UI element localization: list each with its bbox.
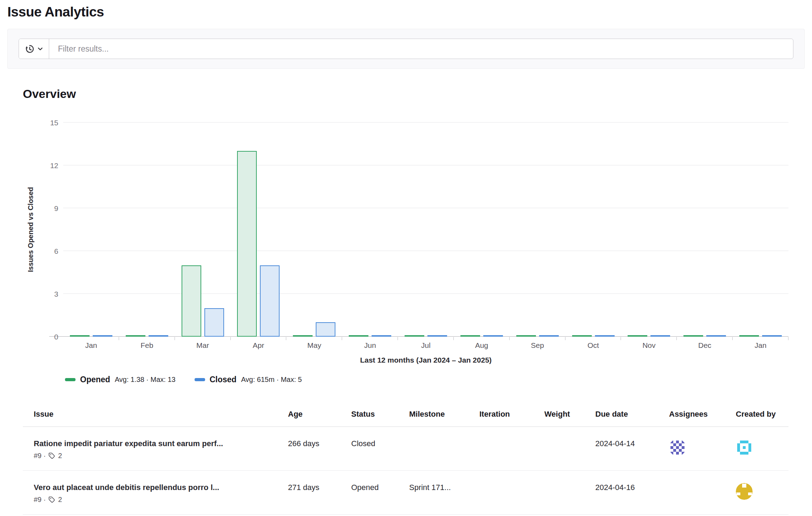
bar-opened (460, 335, 480, 337)
label-count: 2 (58, 496, 62, 504)
chart-slot-may (286, 123, 342, 337)
y-tick-label: 15 (50, 119, 58, 126)
weight-cell (544, 471, 595, 515)
legend-item-opened[interactable]: OpenedAvg: 1.38 · Max: 13 (65, 375, 176, 384)
col-header-due-date: Due date (595, 405, 669, 427)
filtered-search-box (19, 39, 793, 59)
chart-slot-sep (510, 123, 565, 337)
chart-slot-aug (454, 123, 510, 337)
chart-slot-feb (119, 123, 175, 337)
bar-closed (539, 335, 559, 337)
assignee-avatar[interactable] (669, 439, 686, 456)
bar-closed (483, 335, 503, 337)
x-tick-label: Apr (231, 341, 287, 350)
filter-input[interactable] (49, 39, 793, 59)
legend-swatch (195, 378, 205, 381)
issues-table: Issue Age Status Milestone Iteration Wei… (23, 405, 788, 515)
x-tick-label: Feb (119, 341, 175, 350)
legend-series-stats: Avg: 1.38 · Max: 13 (115, 376, 176, 384)
recent-searches-button[interactable] (19, 39, 49, 59)
chart-xlabels: JanFebMarAprMayJunJulAugSepOctNovDecJan (63, 341, 788, 350)
x-tick-label: Dec (677, 341, 733, 350)
status-cell: Closed (351, 427, 409, 471)
chart-y-axis-title: Issues Opened vs Closed (27, 123, 35, 337)
chart-plot-area: Issues Opened vs Closed 03691215 (63, 123, 788, 337)
creator-avatar[interactable] (736, 483, 753, 500)
legend-item-closed[interactable]: ClosedAvg: 615m · Max: 5 (195, 375, 302, 384)
iteration-cell (479, 427, 544, 471)
bar-opened (70, 335, 90, 337)
col-header-status: Status (351, 405, 409, 427)
created-by-cell (736, 427, 788, 471)
col-header-created-by: Created by (736, 405, 788, 427)
bar-opened (572, 335, 592, 337)
bar-opened (293, 335, 313, 337)
issues-chart: Issues Opened vs Closed 03691215 JanFebM… (23, 123, 788, 384)
col-header-age: Age (288, 405, 351, 427)
assignees-cell (669, 471, 736, 515)
issue-meta: #9 · 2 (34, 452, 285, 460)
chart-slot-jan (733, 123, 788, 337)
legend-series-stats: Avg: 615m · Max: 5 (241, 376, 302, 384)
age-cell: 266 days (288, 427, 351, 471)
issue-ref: #9 · (34, 496, 46, 504)
status-cell: Opened (351, 471, 409, 515)
due-date-cell: 2024-04-16 (595, 471, 669, 515)
issue-meta: #9 · 2 (34, 496, 285, 504)
label-tag-icon (48, 452, 55, 459)
legend-series-name: Closed (210, 375, 237, 384)
issue-ref: #9 · (34, 452, 46, 460)
chart-slot-oct (565, 123, 621, 337)
bar-opened (683, 335, 703, 337)
bar-opened (237, 151, 257, 337)
chevron-down-icon (38, 46, 43, 52)
x-tick-label: Oct (565, 341, 621, 350)
assignees-cell (669, 427, 736, 471)
col-header-assignees: Assignees (669, 405, 736, 427)
x-tick-label: Jan (63, 341, 119, 350)
creator-avatar[interactable] (736, 439, 753, 456)
chart-slot-apr (231, 123, 287, 337)
bar-closed (595, 335, 615, 337)
chart-slot-jul (398, 123, 454, 337)
table-row: Ratione impedit pariatur expedita sunt e… (23, 427, 788, 471)
col-header-issue: Issue (23, 405, 288, 427)
chart-bars (63, 123, 788, 337)
issue-title-link[interactable]: Ratione impedit pariatur expedita sunt e… (34, 439, 285, 448)
bar-closed (650, 335, 670, 337)
milestone-cell: Sprint 171... (409, 471, 479, 515)
chart-slot-dec (677, 123, 733, 337)
issue-cell: Vero aut placeat unde debitis repellendu… (23, 471, 288, 515)
chart-slot-jan (63, 123, 119, 337)
x-tick-label: Mar (175, 341, 231, 350)
table-header-row: Issue Age Status Milestone Iteration Wei… (23, 405, 788, 427)
age-cell: 271 days (288, 471, 351, 515)
col-header-iteration: Iteration (479, 405, 544, 427)
y-tick-label: 12 (50, 162, 58, 169)
x-tick-label: Aug (454, 341, 510, 350)
bar-closed (260, 265, 280, 337)
bar-opened (349, 335, 368, 337)
issue-title-link[interactable]: Vero aut placeat unde debitis repellendu… (34, 483, 285, 492)
bar-opened (405, 335, 424, 337)
table-row: Vero aut placeat unde debitis repellendu… (23, 471, 788, 515)
chart-x-axis-title: Last 12 months (Jan 2024 – Jan 2025) (63, 356, 788, 364)
iteration-cell (479, 471, 544, 515)
bar-closed (762, 335, 782, 337)
issue-cell: Ratione impedit pariatur expedita sunt e… (23, 427, 288, 471)
bar-closed (204, 308, 224, 337)
chart-legend: OpenedAvg: 1.38 · Max: 13ClosedAvg: 615m… (65, 375, 788, 384)
col-header-milestone: Milestone (409, 405, 479, 427)
bar-opened (739, 335, 759, 337)
bar-opened (126, 335, 145, 337)
x-tick-label: Jan (733, 341, 788, 350)
bar-opened (628, 335, 647, 337)
chart-slot-nov (621, 123, 677, 337)
weight-cell (544, 427, 595, 471)
bar-closed (706, 335, 726, 337)
label-count: 2 (58, 452, 62, 460)
chart-slot-mar (175, 123, 231, 337)
x-tick-label: Sep (510, 341, 565, 350)
x-tick-label: Jun (342, 341, 398, 350)
bar-closed (149, 335, 168, 337)
